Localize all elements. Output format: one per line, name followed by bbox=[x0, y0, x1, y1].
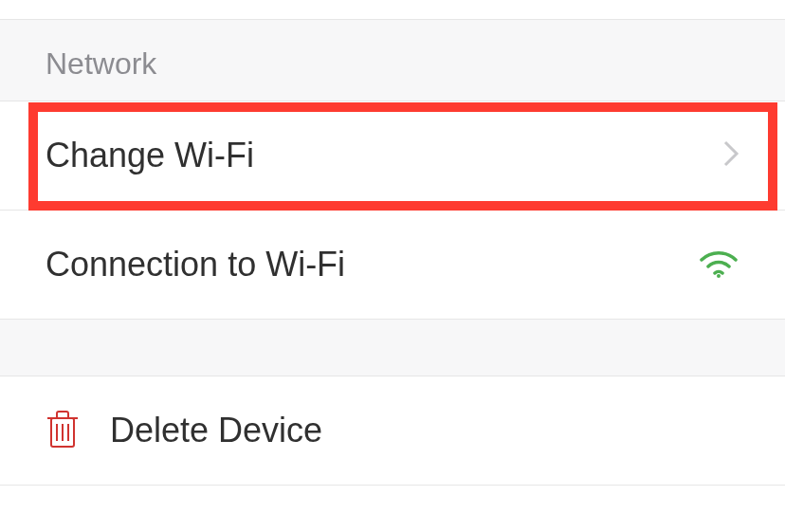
svg-point-0 bbox=[717, 274, 721, 278]
row-delete-device[interactable]: Delete Device bbox=[0, 376, 785, 486]
row-connection-to-wifi[interactable]: Connection to Wi-Fi bbox=[0, 211, 785, 320]
section-header-label: Network bbox=[46, 46, 156, 81]
section-header-network: Network bbox=[0, 19, 785, 101]
row-label-connection-to-wifi: Connection to Wi-Fi bbox=[46, 245, 345, 284]
wifi-icon bbox=[698, 247, 739, 283]
row-change-wifi[interactable]: Change Wi-Fi bbox=[0, 101, 785, 211]
row-label-delete-device: Delete Device bbox=[110, 411, 322, 450]
chevron-right-icon bbox=[722, 139, 739, 172]
row-label-change-wifi: Change Wi-Fi bbox=[46, 136, 254, 175]
trash-icon bbox=[46, 409, 80, 452]
section-gap bbox=[0, 320, 785, 376]
